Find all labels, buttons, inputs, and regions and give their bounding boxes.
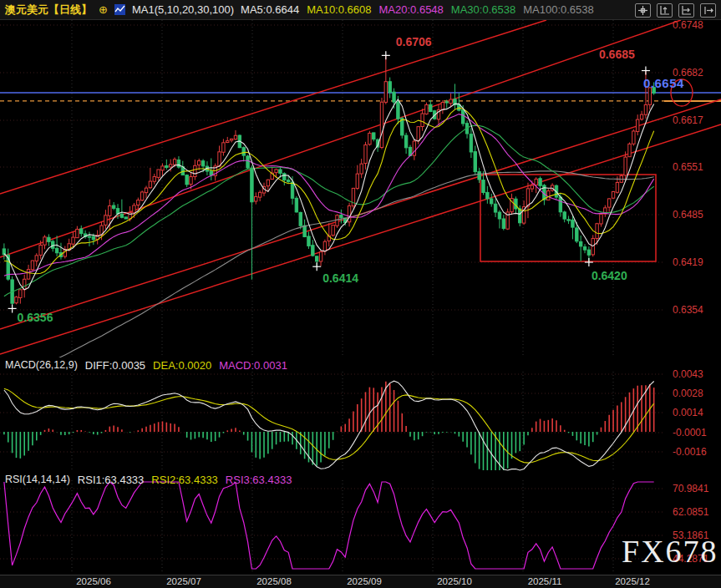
symbol-name: 澳元美元 xyxy=(5,3,48,16)
macd-axis-label: -0.0001 xyxy=(673,427,707,438)
macd-axis-label: -0.0016 xyxy=(673,446,707,458)
ma-value-label: MA20:0.6548 xyxy=(379,3,444,16)
rsi-axis-label: 70.9841 xyxy=(673,483,708,494)
price-axis-label: 0.6485 xyxy=(673,209,703,220)
ma-value-label: MA10:0.6608 xyxy=(307,3,371,16)
macd-axis-label: 0.0014 xyxy=(673,407,703,418)
price-axis-label: 0.6551 xyxy=(673,161,703,173)
time-axis-label: 2025/06 xyxy=(76,576,111,586)
time-axis-label: 2025/09 xyxy=(347,576,382,586)
macd-indicator-pane[interactable] xyxy=(0,372,721,472)
price-axis-label: 0.6748 xyxy=(673,19,703,31)
rsi-axis-label: 62.0851 xyxy=(673,506,708,518)
current-price-label: 0.6654 xyxy=(643,76,684,90)
axis-zoom-right-icon[interactable] xyxy=(678,3,694,18)
expand-icon[interactable]: ⊕ xyxy=(99,3,108,16)
rsi-value-label: RSI1:63.4333 xyxy=(78,474,145,486)
price-annotation-0.6706: 0.6706 xyxy=(396,35,432,48)
time-axis-label: 2025/12 xyxy=(615,576,650,586)
price-annotation-0.6414: 0.6414 xyxy=(322,271,358,285)
trading-chart-window: 澳元美元【日线】 ⊕ MA1(5,10,20,30,100) MA5:0.664… xyxy=(0,0,721,588)
chart-toolbar xyxy=(635,3,716,18)
price-axis-label: 0.6419 xyxy=(673,256,703,268)
watermark-logo: FX678 xyxy=(622,533,718,570)
ma-values: MA5:0.6644MA10:0.6608MA20:0.6548MA30:0.6… xyxy=(241,3,602,16)
macd-histogram xyxy=(4,382,654,470)
main-gridlines xyxy=(0,20,664,357)
macd-values: DIFF:0.0035DEA:0.0020MACD:0.0031 xyxy=(85,359,295,372)
rsi-line xyxy=(4,482,654,569)
macd-value-label: DIFF:0.0035 xyxy=(85,359,145,372)
price-annotation-0.6685: 0.6685 xyxy=(599,48,635,61)
time-axis-label: 2025/07 xyxy=(166,576,201,586)
axis-zoom-up-icon[interactable] xyxy=(657,3,673,18)
line-chart-icon[interactable] xyxy=(114,4,125,15)
rsi-value-label: RSI3:63.4333 xyxy=(226,474,292,486)
period-label: 【日线】 xyxy=(48,3,92,16)
ma-settings-label: MA1(5,10,20,30,100) xyxy=(132,3,234,16)
rsi-title: RSI(14,14,14) xyxy=(5,474,70,486)
time-axis-label: 2025/11 xyxy=(528,576,562,586)
price-annotation-0.6356: 0.6356 xyxy=(18,311,53,324)
time-axis-label: 2025/10 xyxy=(437,576,472,586)
time-axis-label: 2025/08 xyxy=(256,576,292,586)
macd-value-label: MACD:0.0031 xyxy=(219,359,287,372)
symbol-title: 澳元美元【日线】 xyxy=(5,3,92,18)
ma-value-label: MA30:0.6538 xyxy=(451,3,515,16)
ma-value-label: MA100:0.6538 xyxy=(523,3,594,16)
main-price-chart[interactable] xyxy=(0,20,721,357)
ma-value-label: MA5:0.6644 xyxy=(241,3,299,16)
rsi-value-label: RSI2:63.4333 xyxy=(151,474,218,486)
macd-value-label: DEA:0.0020 xyxy=(153,359,211,372)
macd-axis-label: 0.0043 xyxy=(673,368,703,380)
macd-title: MACD(26,12,9) xyxy=(5,359,78,372)
candlestick-series xyxy=(3,55,655,308)
rsi-values: RSI1:63.4333RSI2:63.4333RSI3:63.4333 xyxy=(78,474,300,486)
pan-right-icon[interactable] xyxy=(700,3,716,18)
move-crosshair-icon[interactable] xyxy=(635,3,651,18)
rsi-header: RSI(14,14,14) RSI1:63.4333RSI2:63.4333RS… xyxy=(5,474,299,486)
price-axis-label: 0.6617 xyxy=(673,114,703,126)
ma30-line xyxy=(4,125,654,297)
price-annotation-0.6420: 0.6420 xyxy=(592,269,627,282)
rsi-indicator-pane[interactable] xyxy=(0,480,721,572)
macd-header: MACD(26,12,9) DIFF:0.0035DEA:0.0020MACD:… xyxy=(5,359,295,372)
macd-axis-label: 0.0028 xyxy=(673,388,703,399)
price-axis-label: 0.6354 xyxy=(673,304,703,316)
title-bar: 澳元美元【日线】 ⊕ MA1(5,10,20,30,100) MA5:0.664… xyxy=(0,0,721,20)
